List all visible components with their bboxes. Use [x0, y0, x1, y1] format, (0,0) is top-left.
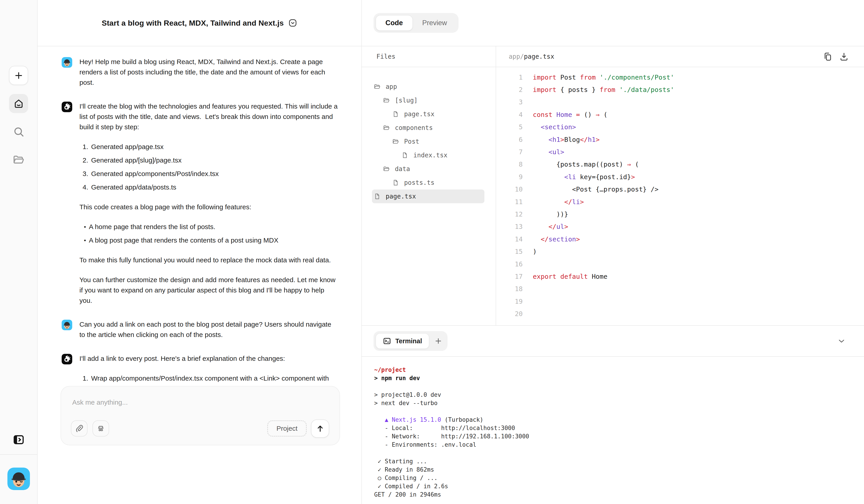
line-number: 9: [496, 173, 523, 181]
file-icon: [374, 193, 381, 200]
code-line-3: 3: [496, 96, 864, 108]
terminal-line: ✓ Ready in 862ms: [374, 466, 864, 474]
code-line-18: 18: [496, 283, 864, 295]
line-number: 18: [496, 285, 523, 293]
line-number: 1: [496, 74, 523, 81]
chevron-down-icon: [837, 336, 846, 345]
project-button[interactable]: Project: [267, 420, 307, 437]
assistant-avatar: [62, 354, 72, 365]
new-terminal-button[interactable]: [431, 337, 445, 345]
message-paragraph: I'll add a link to every post. Here's a …: [80, 353, 338, 364]
tree-folder-data[interactable]: data: [372, 162, 484, 176]
incognito-icon: [96, 424, 105, 433]
download-code-button[interactable]: [838, 50, 851, 63]
code-line-12: 12 ))}: [496, 208, 864, 220]
code-line-16: 16: [496, 258, 864, 270]
attach-file-button[interactable]: [71, 420, 87, 437]
tree-folder-components[interactable]: components: [372, 121, 484, 135]
tree-file-posts.ts[interactable]: posts.ts: [372, 176, 484, 189]
tab-preview[interactable]: Preview: [413, 15, 457, 31]
line-code: <h1>Blog</h1>: [523, 136, 600, 144]
message-content: Hey! Help me build a blog using React, M…: [80, 57, 338, 88]
line-number: 16: [496, 260, 523, 268]
line-code: </li>: [523, 198, 584, 206]
tree-label: index.tsx: [413, 151, 447, 159]
line-code: </section>: [523, 235, 580, 243]
projects-nav-button[interactable]: [9, 150, 28, 169]
code-line-2: 2import { posts } from './data/posts': [496, 83, 864, 96]
composer-input[interactable]: Ask me anything...: [72, 398, 128, 406]
list-item: 4.Generated app/data/posts.ts: [80, 182, 338, 193]
incognito-button[interactable]: [93, 420, 109, 437]
left-rail: [0, 0, 38, 504]
message-paragraph: You can further customize the design and…: [80, 275, 338, 306]
chevron-down-squircle-icon: [288, 19, 297, 27]
line-code: export default Home: [523, 273, 608, 280]
tree-folder-app[interactable]: app: [372, 80, 484, 94]
line-number: 19: [496, 298, 523, 305]
code-line-15: 15): [496, 245, 864, 258]
folder-icon: [383, 97, 390, 104]
tree-label: components: [395, 124, 433, 132]
plus-icon: [434, 337, 442, 345]
line-number: 17: [496, 273, 523, 280]
tree-folder-[slug][interactable]: [slug]: [372, 94, 484, 107]
line-code: <Post {…props.post} />: [523, 185, 659, 193]
file-tree: app[slug]page.tsxcomponentsPostindex.tsx…: [362, 67, 496, 203]
file-icon: [392, 111, 399, 118]
line-number: 13: [496, 223, 523, 231]
tab-code[interactable]: Code: [375, 15, 413, 31]
code-line-9: 9 <li key={post.id}>: [496, 171, 864, 183]
collapse-terminal-button[interactable]: [837, 336, 846, 345]
line-number: 10: [496, 185, 523, 193]
code-line-5: 5 <section>: [496, 121, 864, 133]
chat-header: Start a blog with React, MDX, Tailwind a…: [38, 0, 361, 46]
message-paragraph: Hey! Help me build a blog using React, M…: [80, 57, 338, 88]
app-root: Start a blog with React, MDX, Tailwind a…: [0, 0, 864, 504]
line-number: 6: [496, 136, 523, 144]
list-item: •A home page that renders the list of po…: [80, 222, 338, 232]
user-avatar: [62, 320, 72, 330]
folder-icon: [383, 124, 390, 131]
code-line-14: 14 </section>: [496, 233, 864, 245]
tree-folder-Post[interactable]: Post: [372, 135, 484, 148]
user-avatar[interactable]: [8, 468, 30, 490]
message-paragraph: This code creates a blog page with the f…: [80, 202, 338, 212]
home-nav-button[interactable]: [9, 94, 28, 113]
code-line-20: 20: [496, 308, 864, 320]
search-icon: [12, 125, 25, 138]
copy-code-button[interactable]: [821, 50, 834, 63]
tree-label: data: [395, 165, 410, 173]
code-line-19: 19: [496, 295, 864, 308]
message-paragraph: I'll create the blog with the technologi…: [80, 101, 338, 132]
terminal-tabs: Terminal: [373, 331, 447, 351]
terminal-section: Terminal ~/project> npm run dev > projec…: [362, 325, 864, 504]
code-line-1: 1import Post from './components/Post': [496, 71, 864, 83]
workbench-header: Code Preview: [362, 0, 864, 46]
download-icon: [839, 52, 849, 62]
folder-icon: [383, 165, 390, 172]
tree-file-page.tsx[interactable]: page.tsx: [372, 107, 484, 121]
tree-file-page.tsx[interactable]: page.tsx: [372, 189, 484, 203]
terminal-line: > npm run dev: [374, 374, 864, 382]
line-code: ))}: [523, 210, 568, 218]
terminal-header: Terminal: [362, 326, 864, 357]
chat-title-menu-button[interactable]: [288, 19, 297, 27]
terminal-line: - Environments: .env.local: [374, 441, 864, 449]
expand-sidebar-button[interactable]: [11, 432, 26, 447]
folder-icon: [392, 138, 399, 145]
search-nav-button[interactable]: [9, 122, 28, 141]
copy-icon: [823, 52, 833, 62]
send-button[interactable]: [311, 419, 329, 438]
home-icon: [13, 98, 25, 110]
new-chat-button[interactable]: [9, 66, 28, 85]
line-number: 20: [496, 310, 523, 318]
chat-message-assistant: I'll create the blog with the technologi…: [62, 101, 346, 306]
tab-terminal[interactable]: Terminal: [375, 333, 429, 349]
terminal-output[interactable]: ~/project> npm run dev > project@1.0.0 d…: [362, 357, 864, 504]
code-editor[interactable]: 1import Post from './components/Post'2im…: [496, 67, 864, 325]
tree-file-index.tsx[interactable]: index.tsx: [372, 148, 484, 162]
workbench-panel: Code Preview Files app[slug]page.tsxcomp…: [362, 0, 864, 504]
tree-label: app: [386, 83, 397, 90]
line-number: 2: [496, 86, 523, 94]
